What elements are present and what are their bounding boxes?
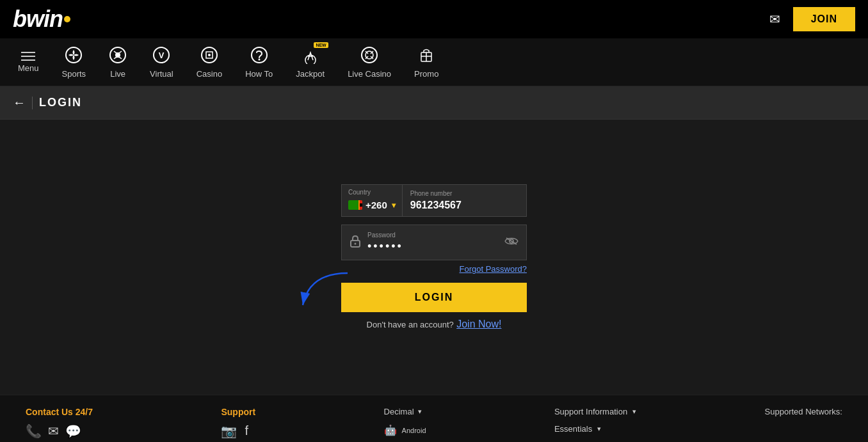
logo: bwin (13, 6, 70, 33)
promo-icon (417, 46, 435, 67)
phone-row: Country +260 ▾ Phone number 961234567 (341, 184, 527, 217)
contact-label[interactable]: Contact Us 24/7 (26, 407, 93, 417)
country-select[interactable]: Country +260 ▾ (341, 184, 403, 217)
breadcrumb: ← LOGIN (0, 86, 868, 120)
android-label: Android (402, 427, 426, 434)
header: bwin ✉ JOIN (0, 0, 868, 38)
login-button[interactable]: LOGIN (341, 283, 527, 312)
eye-slash-icon[interactable] (504, 236, 518, 249)
nav-item-live-casino[interactable]: Live Casino (336, 38, 403, 86)
nav-label-virtual: Virtual (150, 69, 173, 79)
login-form: Country +260 ▾ Phone number 961234567 (341, 184, 527, 330)
nav-item-live[interactable]: Live (97, 38, 138, 86)
password-dots: •••••• (367, 240, 498, 253)
chevron-down-icon-support: ▾ (632, 407, 636, 416)
nav-label-casino: Casino (197, 69, 222, 79)
instagram-icon[interactable]: 📷 (221, 423, 237, 439)
nav-label-menu: Menu (18, 63, 39, 73)
support-label: Support (221, 407, 255, 417)
how-to-icon (250, 46, 268, 67)
svg-point-6 (208, 54, 211, 56)
nav-item-virtual[interactable]: V Virtual (138, 38, 185, 86)
nav-label-how-to: How To (245, 69, 273, 79)
zambia-flag (348, 200, 362, 210)
password-field[interactable]: Password •••••• (341, 225, 527, 260)
country-code: +260 (366, 200, 387, 210)
nav-item-promo[interactable]: Promo (403, 38, 450, 86)
chevron-down-icon-essentials: ▾ (597, 425, 601, 433)
virtual-icon: V (152, 46, 170, 67)
password-row: Password •••••• (341, 225, 527, 260)
main-content: Country +260 ▾ Phone number 961234567 (0, 120, 868, 395)
svg-rect-16 (358, 200, 360, 210)
jackpot-icon: NEW (301, 46, 319, 67)
decimal-dropdown[interactable]: Decimal ▾ (384, 407, 426, 416)
main-nav: Menu Sports Live V Virtual Casino How To… (0, 38, 868, 86)
header-right: ✉ JOIN (769, 7, 855, 31)
svg-text:V: V (159, 51, 165, 60)
nav-item-menu[interactable]: Menu (6, 38, 51, 86)
country-label: Country (348, 189, 371, 196)
casino-icon (200, 46, 218, 67)
chevron-down-icon: ▾ (392, 201, 396, 210)
footer: Contact Us 24/7 📞 ✉ 💬 Support 📷 f Decima… (0, 395, 868, 442)
phone-input: 961234567 (410, 200, 518, 211)
back-arrow-icon[interactable]: ← (13, 95, 26, 110)
facebook-icon[interactable]: f (245, 423, 248, 439)
essentials-row[interactable]: Essentials ▾ (554, 424, 636, 434)
footer-networks: Supported Networks: (765, 407, 842, 416)
sports-icon (65, 46, 83, 67)
nav-label-promo: Promo (414, 69, 438, 79)
email-footer-icon[interactable]: ✉ (48, 423, 59, 439)
nav-label-sports: Sports (62, 69, 86, 79)
decimal-label: Decimal (384, 407, 414, 416)
logo-text: bwin (13, 6, 63, 33)
networks-label: Supported Networks: (765, 407, 842, 416)
nav-label-live-casino: Live Casino (348, 69, 391, 79)
essentials-label: Essentials (554, 424, 592, 434)
support-info-row[interactable]: Support Information ▾ (554, 407, 636, 416)
phone-footer-icon[interactable]: 📞 (26, 423, 42, 439)
support-info-label: Support Information (554, 407, 627, 416)
phone-field[interactable]: Phone number 961234567 (403, 184, 527, 217)
svg-point-8 (258, 58, 260, 60)
breadcrumb-divider (32, 97, 33, 109)
nav-item-how-to[interactable]: How To (234, 38, 284, 86)
nav-label-live: Live (110, 69, 125, 79)
chevron-down-icon: ▾ (418, 407, 422, 416)
footer-support-info: Support Information ▾ Essentials ▾ (554, 407, 636, 434)
new-badge: NEW (314, 42, 328, 48)
password-inner: Password •••••• (367, 232, 498, 253)
nav-item-jackpot[interactable]: NEW Jackpot (284, 38, 336, 86)
footer-support: Support 📷 f (221, 407, 255, 439)
phone-label: Phone number (410, 190, 518, 197)
register-section: Don't have an account? Join Now! (367, 319, 502, 330)
join-button[interactable]: JOIN (793, 7, 855, 31)
svg-point-10 (362, 47, 377, 63)
footer-decimal: Decimal ▾ 🤖 Android (384, 407, 426, 436)
logo-dot (64, 16, 70, 22)
chat-footer-icon[interactable]: 💬 (65, 423, 81, 439)
no-account-text: Don't have an account? (367, 320, 454, 329)
footer-contact: Contact Us 24/7 📞 ✉ 💬 (26, 407, 93, 439)
email-icon[interactable]: ✉ (769, 12, 780, 27)
nav-item-casino[interactable]: Casino (185, 38, 234, 86)
live-casino-icon (360, 46, 378, 67)
page-title: LOGIN (39, 96, 82, 109)
live-icon (109, 46, 127, 67)
forgot-password-link[interactable]: Forgot Password? (460, 264, 527, 274)
lock-icon (350, 235, 361, 251)
menu-icon (21, 52, 35, 61)
password-label: Password (367, 232, 498, 239)
svg-point-18 (355, 242, 357, 244)
nav-item-sports[interactable]: Sports (51, 38, 98, 86)
country-value: +260 ▾ (348, 200, 396, 210)
nav-label-jackpot: Jackpot (296, 69, 325, 79)
android-icon[interactable]: 🤖 (384, 424, 397, 436)
join-now-link[interactable]: Join Now! (456, 319, 501, 329)
